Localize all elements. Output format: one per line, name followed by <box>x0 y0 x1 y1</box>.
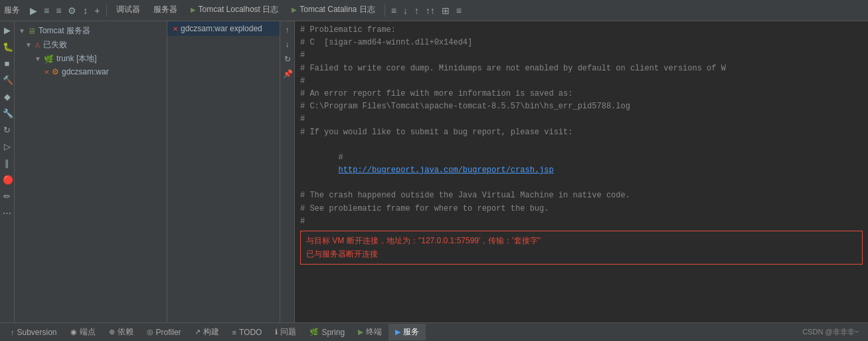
log-line-2: # C [sigar-amd64-winnt.dll+0x14ed4] <box>300 37 863 49</box>
build-icon: ↗ <box>195 328 201 336</box>
status-tab-terminal-label: 终端 <box>366 326 382 338</box>
status-tab-spring[interactable]: 🌿 Spring <box>303 325 351 340</box>
tab-tomcat-catalina[interactable]: ▶ Tomcat Catalina 日志 <box>285 1 381 19</box>
status-tab-endpoint[interactable]: ◉ 端点 <box>64 324 102 340</box>
build-icon-btn[interactable]: 🔨 <box>1 74 13 86</box>
step-icon-btn[interactable]: ▷ <box>1 140 13 153</box>
file-icon-1: ▶ <box>191 6 196 13</box>
toolbar-separator-2 <box>385 5 385 17</box>
status-tab-issues-label: 问题 <box>280 326 296 338</box>
indent-left-button[interactable]: ≡ <box>41 4 52 17</box>
tree-node-failed[interactable]: ▼ ⚠ 已失败 <box>15 38 167 52</box>
tab-tomcat-localhost[interactable]: ▶ Tomcat Localhost 日志 <box>184 1 286 19</box>
status-tab-service-label: 服务 <box>403 326 419 338</box>
service-icon: ▶ <box>395 328 400 336</box>
left-icon-bar: ▶ 🐛 ■ 🔨 ◆ 🔧 ↻ ▷ ‖ 🔴 ✏ ⋯ <box>0 21 15 322</box>
down-button[interactable]: ↓ <box>400 4 411 17</box>
server-tree-panel: ▼ 🖥 Tomcat 服务器 ▼ ⚠ 已失败 ▼ 🌿 trunk [本地] ✕ … <box>15 21 167 322</box>
deploy-panel: ✕ gdczsam:war exploded <box>167 21 280 322</box>
log-prefix: # <box>339 153 358 162</box>
align-button[interactable]: ≡ <box>388 4 400 17</box>
status-tab-profiler[interactable]: ◎ Profiler <box>140 325 188 340</box>
status-tab-deps[interactable]: ⊕ 依赖 <box>102 324 140 340</box>
error-line-2: 已与服务器断开连接 <box>306 247 857 261</box>
log-line-9: # If you would like to submit a bug repo… <box>300 126 863 139</box>
play-icon-btn[interactable]: ▶ <box>1 24 13 37</box>
bug-report-link[interactable]: http://bugreport.java.com/bugreport/cras… <box>339 166 554 175</box>
tree-label-failed: 已失败 <box>43 39 67 51</box>
tree-node-tomcat[interactable]: ▼ 🖥 Tomcat 服务器 <box>15 24 167 38</box>
status-tab-issues[interactable]: ℹ 问题 <box>268 324 303 340</box>
tree-node-war[interactable]: ✕ ⚙ gdczsam:war <box>15 66 167 78</box>
deploy-item-war-exploded[interactable]: ✕ gdczsam:war exploded <box>167 21 280 36</box>
status-bar: ↑ Subversion ◉ 端点 ⊕ 依赖 ◎ Profiler ↗ 构建 ≡… <box>0 322 868 341</box>
debug-icon-btn[interactable]: 🐛 <box>1 41 13 53</box>
stop-icon-btn[interactable]: ■ <box>1 57 13 70</box>
error-icon: ⚠ <box>35 41 41 49</box>
tree-label-war: gdczsam:war <box>62 67 109 76</box>
branch-icon: 🌿 <box>44 55 54 64</box>
status-tab-subversion[interactable]: ↑ Subversion <box>4 325 64 340</box>
right-buttons-panel: ↑ ↓ ↻ 📌 <box>280 21 295 322</box>
run-button[interactable]: ▶ <box>27 4 41 17</box>
status-tab-build[interactable]: ↗ 构建 <box>188 324 226 340</box>
expand-arrow-failed: ▼ <box>25 41 32 49</box>
deploy-error-icon: ✕ <box>173 25 178 33</box>
status-tab-service[interactable]: ▶ 服务 <box>389 324 426 340</box>
profiler-icon: ◎ <box>147 328 153 336</box>
expand-arrow-tomcat: ▼ <box>19 27 25 35</box>
log-line-7: # C:\Program Files\Tomcat\apache-tomcat-… <box>300 100 863 113</box>
error-box: 与目标 VM 断开连接，地址为：''127.0.0.1:57599'，传输：'套… <box>300 231 863 265</box>
tab-debugger[interactable]: 调试器 <box>110 1 147 19</box>
pause-icon-btn[interactable]: ‖ <box>1 157 13 170</box>
down-scroll-btn[interactable]: ↓ <box>282 39 294 51</box>
file-icon-2: ▶ <box>292 6 297 13</box>
up-button[interactable]: ↑ <box>411 4 422 17</box>
log-line-5: # <box>300 75 863 88</box>
tree-node-trunk[interactable]: ▼ 🌿 trunk [本地] <box>15 52 167 66</box>
up-scroll-btn[interactable]: ↑ <box>282 24 294 36</box>
expand-arrow-trunk: ▼ <box>35 55 41 62</box>
status-tab-todo-label: TODO <box>239 328 262 337</box>
status-tab-deps-label: 依赖 <box>118 326 133 338</box>
status-tab-todo[interactable]: ≡ TODO <box>226 325 269 340</box>
war-error-icon: ✕ <box>44 68 49 76</box>
endpoint-icon: ◉ <box>70 328 77 336</box>
tab-server[interactable]: 服务器 <box>147 1 184 19</box>
refresh-log-btn[interactable]: ↻ <box>282 53 294 65</box>
tree-label-tomcat: Tomcat 服务器 <box>39 25 90 37</box>
grid-button[interactable]: ⊞ <box>438 4 453 17</box>
subversion-icon: ↑ <box>11 328 15 336</box>
filter-button[interactable]: ⚙ <box>64 4 80 17</box>
log-line-4: # Failed to write core dump. Minidumps a… <box>300 62 863 75</box>
main-area: ▶ 🐛 ■ 🔨 ◆ 🔧 ↻ ▷ ‖ 🔴 ✏ ⋯ ▼ 🖥 Tomcat 服务器 ▼… <box>0 21 868 322</box>
log-line-3: # <box>300 49 863 62</box>
diamond-icon-btn[interactable]: ◆ <box>1 90 13 103</box>
up-up-button[interactable]: ↑↑ <box>422 4 438 17</box>
pin-btn[interactable]: 📌 <box>282 68 294 80</box>
indent-right-button[interactable]: ≡ <box>52 4 64 17</box>
status-right-text: CSDN @非非非~ <box>802 327 864 337</box>
tab-tomcat-localhost-label: Tomcat Localhost 日志 <box>199 4 279 15</box>
tab-debugger-label: 调试器 <box>116 4 140 15</box>
list-button[interactable]: ≡ <box>453 4 465 17</box>
log-line-8: # <box>300 113 863 126</box>
log-content: # Problematic frame: # C [sigar-amd64-wi… <box>295 21 868 322</box>
terminal-icon: ▶ <box>358 328 363 336</box>
todo-icon: ≡ <box>232 328 236 336</box>
wrench-icon-btn[interactable]: 🔧 <box>1 107 13 120</box>
toolbar-title: 服务 <box>4 5 20 16</box>
bug-icon-btn[interactable]: 🔴 <box>1 173 13 186</box>
log-line-6: # An error report file with more informa… <box>300 88 863 100</box>
tab-tomcat-catalina-label: Tomcat Catalina 日志 <box>300 4 375 15</box>
log-panel: # Problematic frame: # C [sigar-amd64-wi… <box>295 21 868 322</box>
refresh-icon-btn[interactable]: ↻ <box>1 124 13 136</box>
edit-icon-btn[interactable]: ✏ <box>1 190 13 203</box>
tree-content: ▼ 🖥 Tomcat 服务器 ▼ ⚠ 已失败 ▼ 🌿 trunk [本地] ✕ … <box>15 21 167 322</box>
war-icon: ⚙ <box>52 67 59 76</box>
error-line-1: 与目标 VM 断开连接，地址为：''127.0.0.1:57599'，传输：'套… <box>306 234 857 247</box>
add-button[interactable]: + <box>91 4 103 17</box>
sort-button[interactable]: ↕ <box>80 4 91 17</box>
more-icon-btn[interactable]: ⋯ <box>1 207 13 219</box>
status-tab-terminal[interactable]: ▶ 终端 <box>351 324 389 340</box>
